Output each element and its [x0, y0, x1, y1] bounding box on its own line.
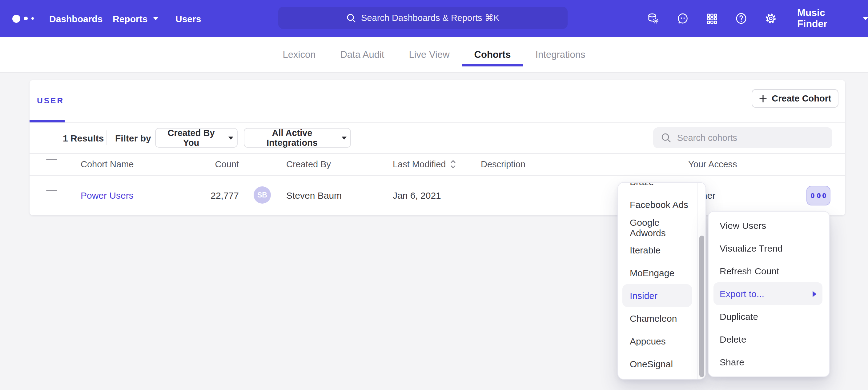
export-targets-list: Braze Facebook Ads Google Adwords Iterab…: [618, 182, 698, 375]
menu-item-label: Duplicate: [720, 311, 758, 322]
menu-item-appcues[interactable]: Appcues: [618, 330, 698, 353]
menu-item-label: MoEngage: [630, 268, 674, 278]
tab-label: Cohorts: [474, 49, 511, 60]
menu-item-share[interactable]: Share: [709, 351, 829, 373]
nav-item-reports[interactable]: Reports: [113, 0, 158, 37]
menu-item-iterable[interactable]: Iterable: [618, 239, 698, 261]
help-icon[interactable]: [735, 12, 747, 25]
menu-item-label: Iterable: [630, 245, 660, 255]
menu-item-refresh-count[interactable]: Refresh Count: [709, 260, 829, 282]
menu-item-label: Braze: [630, 182, 654, 187]
results-count: 1 Results: [63, 122, 104, 153]
vertical-divider: [106, 130, 106, 145]
tab-label: Data Audit: [340, 49, 384, 60]
menu-scrollbar-track: [697, 183, 706, 379]
menu-item-label: Share: [720, 357, 744, 367]
sort-icon: [450, 159, 457, 169]
search-icon: [346, 13, 355, 23]
tab-live-view[interactable]: Live View: [409, 37, 450, 72]
menu-item-label: Chameleon: [630, 313, 677, 324]
column-header-last-modified[interactable]: Last Modified: [393, 153, 457, 175]
logo-dot-small: [31, 17, 34, 20]
menu-item-label: View Users: [720, 220, 766, 231]
nav-item-label: Users: [176, 13, 201, 24]
cohorts-card: USER Create Cohort 1 Results Filter by C…: [30, 80, 845, 215]
chevron-down-icon: [153, 17, 158, 20]
top-navbar: Dashboards Reports Users Search Dashboar…: [0, 0, 868, 37]
apps-grid-icon[interactable]: [706, 12, 718, 24]
filter-label: Created By You: [159, 128, 223, 148]
column-header-cohort-name: Cohort Name: [81, 153, 133, 175]
cohort-name-link[interactable]: Power Users: [81, 190, 133, 200]
menu-item-visualize-trend[interactable]: Visualize Trend: [709, 237, 829, 260]
logo-dot-large: [12, 14, 20, 23]
plus-icon: [759, 94, 767, 102]
tab-lexicon[interactable]: Lexicon: [283, 37, 316, 72]
navbar-icon-group: [647, 0, 777, 37]
integrations-filter-dropdown[interactable]: All Active Integrations: [244, 128, 351, 148]
row-checkbox[interactable]: [46, 190, 57, 191]
menu-item-label: Appcues: [630, 336, 666, 346]
tab-data-audit[interactable]: Data Audit: [340, 37, 384, 72]
menu-item-label: Export to...: [720, 289, 764, 299]
tab-list: Lexicon Data Audit Live View Cohorts Int…: [0, 37, 868, 72]
search-cohorts-placeholder: Search cohorts: [677, 133, 737, 143]
menu-item-label: Insider: [630, 290, 657, 301]
tab-label: Live View: [409, 49, 450, 60]
global-search-input[interactable]: Search Dashboards & Reports ⌘K: [278, 7, 567, 29]
tab-label: Integrations: [535, 49, 585, 60]
user-tab-underline: [30, 120, 65, 122]
menu-item-onesignal[interactable]: OneSignal: [618, 353, 698, 375]
mixpanel-logo-icon[interactable]: [12, 0, 34, 37]
menu-item-label: Visualize Trend: [720, 243, 783, 254]
created-by-filter-dropdown[interactable]: Created By You: [155, 128, 238, 148]
cohorts-table-header: Cohort Name Count Created By Last Modifi…: [30, 153, 845, 176]
search-icon: [661, 133, 671, 143]
chevron-down-icon: [228, 136, 233, 139]
nav-item-users[interactable]: Users: [176, 0, 201, 37]
menu-item-braze[interactable]: Braze: [618, 182, 698, 193]
menu-item-view-users[interactable]: View Users: [709, 214, 829, 237]
chevron-down-icon: [342, 136, 347, 139]
active-tab-underline: [462, 64, 523, 66]
project-name: Music Finder: [797, 7, 855, 30]
settings-gear-icon[interactable]: [765, 12, 777, 25]
cohort-count: 22,777: [183, 175, 239, 215]
global-search-placeholder: Search Dashboards & Reports ⌘K: [361, 13, 500, 23]
more-icon: [816, 193, 820, 198]
create-cohort-button[interactable]: Create Cohort: [752, 89, 838, 108]
menu-item-duplicate[interactable]: Duplicate: [709, 305, 829, 328]
export-targets-menu: Braze Facebook Ads Google Adwords Iterab…: [617, 182, 706, 380]
cohort-created-by: Steven Baum: [286, 175, 342, 215]
column-header-label: Last Modified: [393, 159, 446, 169]
menu-item-label: Facebook Ads: [630, 199, 688, 210]
feedback-icon[interactable]: [677, 12, 689, 25]
menu-item-facebook-ads[interactable]: Facebook Ads: [618, 193, 698, 216]
select-all-checkbox[interactable]: [46, 159, 57, 160]
filter-by-label: Filter by: [115, 122, 151, 153]
app-canvas: Dashboards Reports Users Search Dashboar…: [0, 0, 868, 390]
column-header-count: Count: [183, 153, 239, 175]
tab-cohorts[interactable]: Cohorts: [474, 37, 511, 72]
filter-toolbar: 1 Results Filter by Created By You All A…: [30, 122, 845, 154]
logo-dot-medium: [24, 17, 27, 20]
menu-item-delete[interactable]: Delete: [709, 328, 829, 351]
section-tabbar: Lexicon Data Audit Live View Cohorts Int…: [0, 37, 868, 73]
row-actions-button[interactable]: [806, 186, 831, 205]
menu-item-insider[interactable]: Insider: [622, 284, 692, 307]
tab-user-cohorts[interactable]: USER: [37, 96, 64, 105]
more-icon: [811, 193, 814, 198]
nav-item-dashboards[interactable]: Dashboards: [49, 0, 102, 37]
project-selector[interactable]: Music Finder: [797, 0, 868, 37]
menu-item-google-adwords[interactable]: Google Adwords: [618, 216, 698, 239]
menu-item-export-to[interactable]: Export to...: [713, 282, 823, 305]
data-management-icon[interactable]: [647, 12, 659, 25]
more-icon: [823, 193, 826, 198]
tab-integrations[interactable]: Integrations: [535, 37, 585, 72]
menu-item-label: Google Adwords: [630, 217, 698, 238]
menu-item-moengage[interactable]: MoEngage: [618, 261, 698, 284]
menu-item-chameleon[interactable]: Chameleon: [618, 307, 698, 330]
menu-scrollbar-thumb[interactable]: [699, 236, 704, 377]
search-cohorts-input[interactable]: Search cohorts: [653, 127, 832, 148]
card-header: USER Create Cohort: [30, 80, 845, 123]
